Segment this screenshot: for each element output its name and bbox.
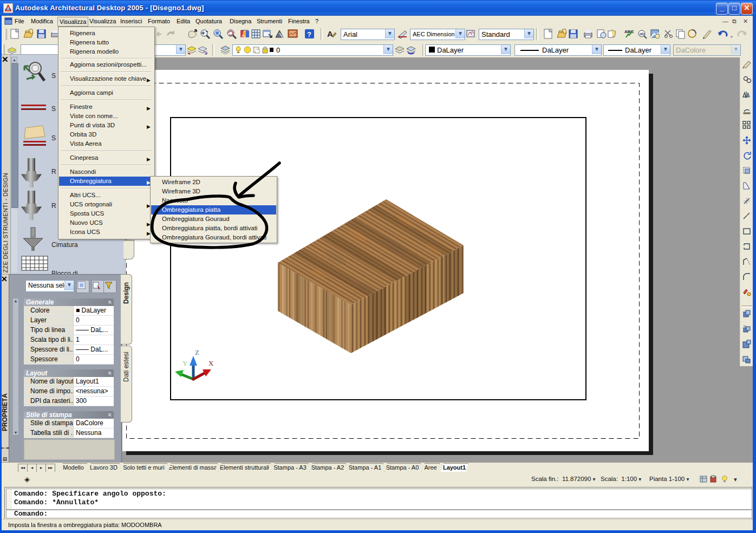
svg-text:Y: Y xyxy=(183,359,188,367)
svg-text:Z: Z xyxy=(195,348,199,356)
svg-text:ab: ab xyxy=(640,31,644,36)
svg-text:?: ? xyxy=(307,30,311,38)
svg-text:A: A xyxy=(327,29,333,38)
svg-text:A: A xyxy=(242,33,245,38)
svg-text:X: X xyxy=(208,359,214,367)
